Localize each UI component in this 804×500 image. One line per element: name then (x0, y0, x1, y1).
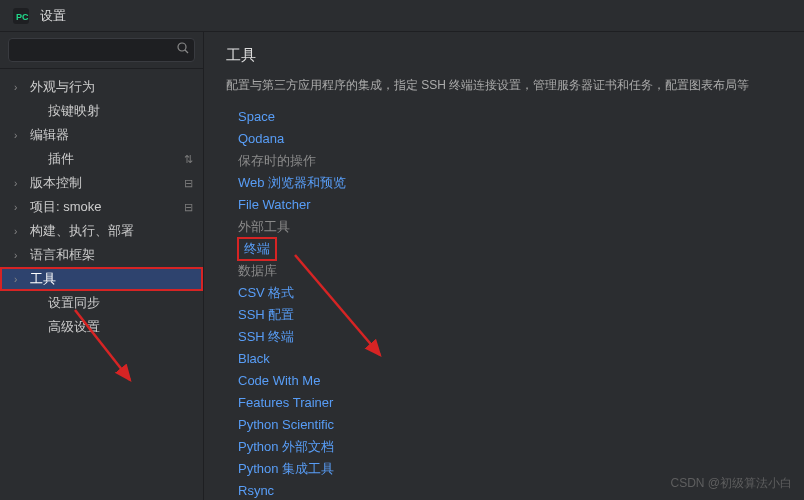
link-list: SpaceQodana保存时的操作Web 浏览器和预览File Watcher外… (226, 106, 782, 500)
sidebar-item-0[interactable]: ›外观与行为 (0, 75, 203, 99)
chevron-right-icon: › (14, 202, 26, 213)
link-item-14[interactable]: Python Scientific (238, 414, 334, 436)
chevron-right-icon: › (14, 82, 26, 93)
sidebar-item-label: 项目: smoke (30, 198, 102, 216)
sidebar-item-label: 语言和框架 (30, 246, 95, 264)
sidebar-item-label: 版本控制 (30, 174, 82, 192)
sidebar-item-label: 编辑器 (30, 126, 69, 144)
sidebar-item-6[interactable]: ›构建、执行、部署 (0, 219, 203, 243)
sidebar-item-1[interactable]: 按键映射 (0, 99, 203, 123)
chevron-right-icon: › (14, 274, 26, 285)
link-item-13[interactable]: Features Trainer (238, 392, 333, 414)
link-item-6[interactable]: 终端 (238, 238, 276, 260)
link-item-2[interactable]: 保存时的操作 (238, 150, 316, 172)
search-input[interactable] (8, 38, 195, 62)
link-item-0[interactable]: Space (238, 106, 275, 128)
link-item-8[interactable]: CSV 格式 (238, 282, 294, 304)
sidebar-item-label: 插件 (48, 150, 74, 168)
content-title: 工具 (226, 46, 782, 65)
link-item-9[interactable]: SSH 配置 (238, 304, 294, 326)
svg-line-3 (185, 50, 188, 53)
sidebar-item-4[interactable]: ›版本控制⊟ (0, 171, 203, 195)
sidebar-item-label: 设置同步 (48, 294, 100, 312)
sidebar-badge-icon: ⊟ (184, 201, 193, 214)
search-icon (177, 42, 189, 57)
link-item-12[interactable]: Code With Me (238, 370, 320, 392)
search-wrap (0, 32, 203, 69)
sidebar-item-10[interactable]: 高级设置 (0, 315, 203, 339)
sidebar-item-label: 工具 (30, 270, 56, 288)
chevron-right-icon: › (14, 130, 26, 141)
sidebar-item-label: 构建、执行、部署 (30, 222, 134, 240)
titlebar: PC 设置 (0, 0, 804, 32)
link-item-7[interactable]: 数据库 (238, 260, 277, 282)
watermark: CSDN @初级算法小白 (670, 475, 792, 492)
sidebar: ›外观与行为按键映射›编辑器插件⇅›版本控制⊟›项目: smoke⊟›构建、执行… (0, 32, 204, 500)
sidebar-badge-icon: ⊟ (184, 177, 193, 190)
link-item-10[interactable]: SSH 终端 (238, 326, 294, 348)
svg-point-2 (178, 43, 186, 51)
chevron-right-icon: › (14, 250, 26, 261)
sidebar-badge-icon: ⇅ (184, 153, 193, 166)
link-item-3[interactable]: Web 浏览器和预览 (238, 172, 346, 194)
sidebar-item-2[interactable]: ›编辑器 (0, 123, 203, 147)
sidebar-item-label: 高级设置 (48, 318, 100, 336)
content-desc: 配置与第三方应用程序的集成，指定 SSH 终端连接设置，管理服务器证书和任务，配… (226, 77, 782, 94)
link-item-11[interactable]: Black (238, 348, 270, 370)
sidebar-item-9[interactable]: 设置同步 (0, 291, 203, 315)
settings-tree: ›外观与行为按键映射›编辑器插件⇅›版本控制⊟›项目: smoke⊟›构建、执行… (0, 69, 203, 345)
sidebar-item-label: 外观与行为 (30, 78, 95, 96)
link-item-1[interactable]: Qodana (238, 128, 284, 150)
app-icon: PC (12, 7, 30, 25)
link-item-16[interactable]: Python 集成工具 (238, 458, 334, 480)
window-title: 设置 (40, 7, 66, 25)
sidebar-item-label: 按键映射 (48, 102, 100, 120)
link-item-15[interactable]: Python 外部文档 (238, 436, 334, 458)
sidebar-item-5[interactable]: ›项目: smoke⊟ (0, 195, 203, 219)
link-item-17[interactable]: Rsync (238, 480, 274, 500)
link-item-5[interactable]: 外部工具 (238, 216, 290, 238)
sidebar-item-3[interactable]: 插件⇅ (0, 147, 203, 171)
chevron-right-icon: › (14, 226, 26, 237)
sidebar-item-7[interactable]: ›语言和框架 (0, 243, 203, 267)
link-item-4[interactable]: File Watcher (238, 194, 310, 216)
chevron-right-icon: › (14, 178, 26, 189)
content-panel: 工具 配置与第三方应用程序的集成，指定 SSH 终端连接设置，管理服务器证书和任… (204, 32, 804, 500)
svg-text:PC: PC (16, 12, 29, 22)
sidebar-item-8[interactable]: ›工具 (0, 267, 203, 291)
